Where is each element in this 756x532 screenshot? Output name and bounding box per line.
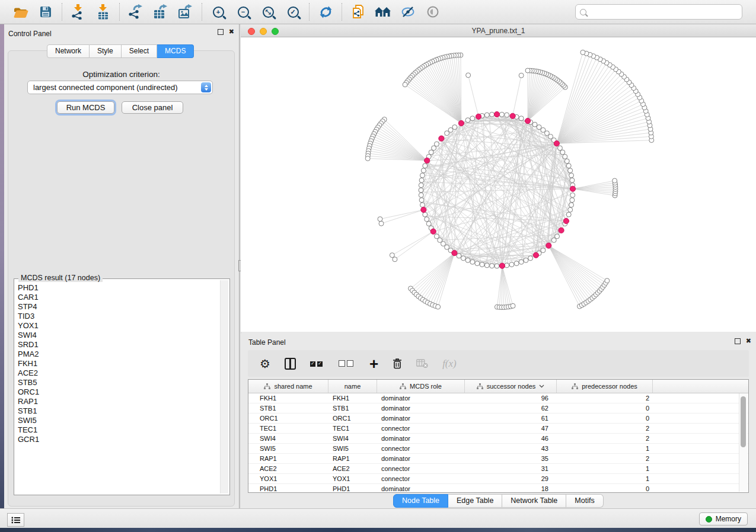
- hide-selected-button[interactable]: [398, 2, 417, 21]
- mcds-result-item[interactable]: RAP1: [18, 397, 218, 406]
- application-window: + − ⤡ ✓: [0, 0, 756, 532]
- mcds-result-item[interactable]: CAR1: [18, 293, 218, 302]
- table-cell: 2: [557, 454, 653, 463]
- table-cell: 62: [465, 403, 557, 413]
- float-panel-icon[interactable]: [735, 338, 741, 344]
- table-panel: Table Panel ✖ ⚙ +: [241, 334, 756, 508]
- zoom-selected-button[interactable]: ✓: [283, 2, 302, 21]
- column-header-predecessor-nodes[interactable]: predecessor nodes: [557, 380, 653, 393]
- mcds-result-item[interactable]: STB1: [18, 406, 218, 416]
- tab-network-table[interactable]: Network Table: [502, 494, 566, 508]
- close-panel-icon[interactable]: ✖: [229, 28, 234, 35]
- table-scrollbar[interactable]: [739, 393, 748, 492]
- tab-motifs[interactable]: Motifs: [566, 494, 603, 508]
- mcds-result-item[interactable]: ORC1: [18, 387, 218, 397]
- search-input[interactable]: [590, 7, 738, 17]
- table-row[interactable]: SWI5SWI5connector431: [248, 444, 748, 454]
- table-cell: YOX1: [248, 474, 328, 483]
- table-row[interactable]: RAP1RAP1dominator352: [248, 454, 748, 464]
- tab-network[interactable]: Network: [47, 44, 90, 58]
- zoom-fit-button[interactable]: ⤡: [259, 2, 277, 21]
- criterion-dropdown[interactable]: largest connected component (undirected): [27, 81, 213, 94]
- export-table-button[interactable]: [151, 2, 170, 21]
- mcds-result-item[interactable]: SWI5: [18, 416, 218, 425]
- mcds-result-item[interactable]: YOX1: [18, 321, 218, 331]
- mcds-result-item[interactable]: STB5: [18, 378, 218, 387]
- table-row[interactable]: FKH1FKH1dominator962: [248, 393, 748, 403]
- column-header-shared-name[interactable]: shared name: [248, 380, 328, 393]
- mcds-result-item[interactable]: ACE2: [18, 368, 218, 378]
- mcds-result-item[interactable]: GCR1: [18, 435, 218, 444]
- criterion-selected-value: largest connected component (undirected): [28, 83, 201, 92]
- open-file-button[interactable]: [11, 2, 30, 21]
- table-row[interactable]: ORC1ORC1dominator610: [248, 414, 748, 424]
- tab-style[interactable]: Style: [90, 44, 122, 58]
- mcds-result-scrollbar[interactable]: [220, 280, 228, 493]
- mcds-result-item[interactable]: SWI4: [18, 331, 218, 340]
- mcds-result-list[interactable]: PHD1CAR1STP4TID3YOX1SWI4SRD1PMA2FKH1ACE2…: [18, 283, 218, 492]
- mcds-result-item[interactable]: PMA2: [18, 350, 218, 359]
- add-column-button[interactable]: +: [369, 355, 378, 372]
- control-panel-title: Control Panel: [8, 30, 52, 38]
- show-columns-button[interactable]: [285, 355, 296, 372]
- refresh-button[interactable]: [316, 2, 335, 21]
- tab-mcds[interactable]: MCDS: [157, 44, 194, 58]
- scrollbar-thumb[interactable]: [741, 396, 746, 447]
- memory-button[interactable]: Memory: [699, 512, 748, 525]
- column-header-successor-nodes[interactable]: successor nodes: [465, 380, 557, 393]
- mcds-result-item[interactable]: PHD1: [18, 283, 218, 293]
- select-all-button[interactable]: [310, 355, 324, 372]
- sort-descending-icon: [539, 384, 544, 388]
- export-network-icon: [128, 4, 143, 20]
- go-home-button[interactable]: [374, 2, 393, 21]
- toolbar-search-box[interactable]: [575, 4, 742, 20]
- table-cell: 61: [465, 414, 557, 423]
- table-cell: dominator: [377, 454, 465, 463]
- show-all-button[interactable]: [423, 2, 442, 21]
- export-network-button[interactable]: [126, 2, 145, 21]
- mcds-result-item[interactable]: TID3: [18, 312, 218, 321]
- import-table-button[interactable]: [94, 2, 113, 21]
- zoom-out-button[interactable]: −: [234, 2, 253, 21]
- deselect-all-button[interactable]: [339, 355, 355, 372]
- attribute-type-icon: [400, 383, 406, 390]
- table-cell: dominator: [377, 484, 465, 493]
- clone-network-button[interactable]: [349, 2, 368, 21]
- table-row[interactable]: TEC1TEC1connector472: [248, 424, 748, 434]
- table-row[interactable]: STB1STB1dominator620: [248, 403, 748, 414]
- table-row[interactable]: ACE2ACE2connector311: [248, 464, 748, 474]
- mcds-panel: Optimization criterion: largest connecte…: [8, 50, 235, 507]
- zoom-in-button[interactable]: +: [209, 2, 228, 21]
- table-settings-button[interactable]: ⚙: [260, 355, 270, 372]
- delete-table-button[interactable]: [416, 355, 428, 372]
- table-cell: SWI5: [248, 444, 328, 453]
- mcds-result-item[interactable]: FKH1: [18, 359, 218, 368]
- tab-node-table[interactable]: Node Table: [393, 494, 448, 508]
- column-header-name[interactable]: name: [328, 380, 377, 393]
- save-session-button[interactable]: [36, 2, 55, 21]
- attribute-type-icon: [572, 383, 578, 390]
- tab-select[interactable]: Select: [122, 44, 157, 58]
- table-row[interactable]: PHD1PHD1dominator180: [248, 484, 748, 493]
- column-header-mcds-role[interactable]: MCDS role: [377, 380, 465, 393]
- tab-edge-table[interactable]: Edge Table: [448, 494, 502, 508]
- open-folder-icon: [13, 5, 28, 18]
- task-history-button[interactable]: [7, 513, 24, 527]
- close-panel-button[interactable]: Close panel: [122, 101, 183, 114]
- close-panel-icon[interactable]: ✖: [746, 338, 751, 344]
- select-all-icon: [310, 358, 324, 369]
- mcds-result-item[interactable]: TEC1: [18, 425, 218, 435]
- import-network-button[interactable]: [69, 2, 88, 21]
- table-row[interactable]: YOX1YOX1connector291: [248, 474, 748, 484]
- mcds-result-item[interactable]: STP4: [18, 302, 218, 312]
- delete-column-button[interactable]: [393, 355, 402, 372]
- table-row[interactable]: SWI4SWI4dominator462: [248, 434, 748, 444]
- function-builder-button[interactable]: f(x): [442, 355, 457, 372]
- run-mcds-button[interactable]: Run MCDS: [57, 101, 114, 114]
- export-image-button[interactable]: [176, 2, 195, 21]
- zoom-fit-icon: ⤡: [263, 7, 274, 18]
- table-cell: dominator: [377, 434, 465, 443]
- network-canvas[interactable]: [241, 37, 756, 332]
- mcds-result-item[interactable]: SRD1: [18, 340, 218, 350]
- float-panel-icon[interactable]: [218, 29, 224, 35]
